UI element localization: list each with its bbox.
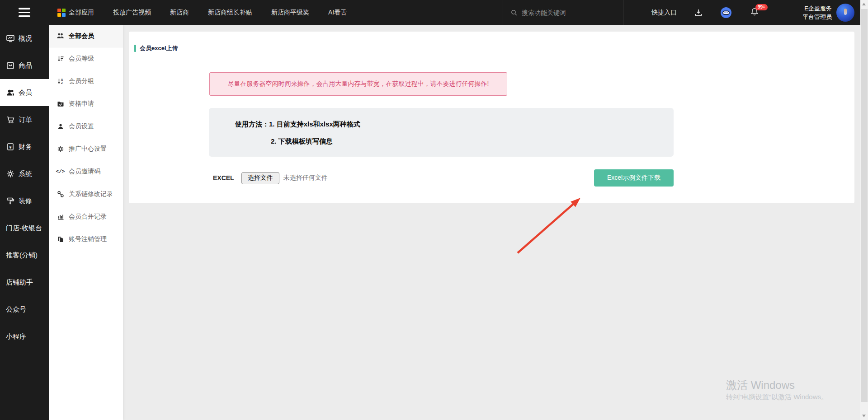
assistant-robot-icon[interactable] <box>720 7 732 19</box>
member-settings-icon <box>57 123 64 130</box>
company-name: E企盈服务 <box>802 4 832 13</box>
nav-ad-video[interactable]: 投放广告视频 <box>113 9 151 17</box>
watermark-line-1: 激活 Windows <box>726 378 828 392</box>
submenu-item-qualification[interactable]: 资格申请 <box>49 93 123 115</box>
system-icon <box>6 169 15 178</box>
submenu-item-member-group[interactable]: A Z 会员分组 <box>49 70 123 93</box>
overview-icon <box>6 34 15 43</box>
nav-all-apps[interactable]: 全部应用 <box>57 9 94 17</box>
search-box <box>503 0 623 25</box>
upload-card: 会员excel上传 尽量在服务器空闲时间来操作，会占用大量内存与带宽，在获取过程… <box>129 32 854 203</box>
svg-text:A: A <box>61 78 63 81</box>
sidebar-item-shop-assistant[interactable]: 店铺助手 <box>0 269 49 296</box>
sidebar-item-goods[interactable]: 商品 <box>0 52 49 79</box>
submenu-item-promotion-settings[interactable]: 推广中心设置 <box>49 138 123 160</box>
scroll-down-arrow[interactable] <box>862 415 866 417</box>
all-members-icon <box>57 32 64 40</box>
apps-grid-icon <box>57 9 66 17</box>
primary-sidebar: 概况 商品 会员 订单 ¥ 财务 系统 <box>0 25 49 420</box>
submenu-item-invite-code[interactable]: </> 会员邀请码 <box>49 160 123 183</box>
members-icon <box>6 88 15 97</box>
excel-upload-row: EXCEL 选择文件 未选择任何文件 <box>213 169 328 187</box>
sidebar-item-finance[interactable]: ¥ 财务 <box>0 133 49 160</box>
quick-entry-link[interactable]: 快捷入口 <box>651 9 677 17</box>
account-cancel-icon <box>57 236 64 243</box>
orders-icon <box>6 115 15 124</box>
finance-icon: ¥ <box>6 142 15 151</box>
hamburger-menu-icon[interactable] <box>0 0 49 25</box>
promotion-settings-icon <box>57 145 64 153</box>
excel-label: EXCEL <box>213 174 234 182</box>
submenu-item-all-members[interactable]: 全部会员 <box>49 25 123 47</box>
vertical-scrollbar[interactable] <box>860 0 868 420</box>
goods-icon <box>6 61 15 70</box>
topbar-nav: 全部应用 投放广告视频 新店商 新店商组长补贴 新店商平级奖 AI看舌 <box>49 9 347 17</box>
choose-file-button[interactable]: 选择文件 <box>241 172 279 184</box>
sidebar-item-store-pos[interactable]: 门店-收银台 <box>0 215 49 242</box>
qualification-icon <box>57 100 64 107</box>
windows-watermark: 激活 Windows 转到“电脑设置”以激活 Windows。 <box>726 378 828 402</box>
invite-code-icon: </> <box>57 169 64 174</box>
nav-peer-award[interactable]: 新店商平级奖 <box>271 9 309 17</box>
scroll-up-arrow[interactable] <box>862 3 866 5</box>
member-group-icon: A Z <box>57 78 64 85</box>
nav-new-shop[interactable]: 新店商 <box>170 9 189 17</box>
scrollbar-thumb[interactable] <box>861 9 868 402</box>
sidebar-item-official-account[interactable]: 公众号 <box>0 296 49 323</box>
submenu-item-member-level[interactable]: 会员等级 <box>49 47 123 70</box>
submenu-item-merge-record[interactable]: 会员合并记录 <box>49 205 123 228</box>
user-role: 平台管理员 <box>802 13 832 21</box>
page-title: 会员excel上传 <box>134 44 178 52</box>
notification-badge: 99+ <box>755 4 768 10</box>
main-content: 会员excel上传 尽量在服务器空闲时间来操作，会占用大量内存与带宽，在获取过程… <box>123 25 860 420</box>
merge-record-icon <box>57 213 64 220</box>
topbar: 全部应用 投放广告视频 新店商 新店商组长补贴 新店商平级奖 AI看舌 快捷入口 <box>0 0 868 25</box>
sidebar-item-mini-program[interactable]: 小程序 <box>0 323 49 350</box>
submenu-item-member-settings[interactable]: 会员设置 <box>49 115 123 138</box>
download-icon[interactable] <box>694 8 703 17</box>
usage-line-1: 使用方法：1. 目前支持xls和xlsx两种格式 <box>235 120 674 129</box>
nav-label: 全部应用 <box>69 9 94 17</box>
member-level-icon <box>57 55 64 62</box>
nav-leader-subsidy[interactable]: 新店商组长补贴 <box>208 9 252 17</box>
sidebar-item-decorate[interactable]: 装修 <box>0 187 49 215</box>
warning-banner: 尽量在服务器空闲时间来操作，会占用大量内存与带宽，在获取过程中，请不要进行任何操… <box>209 72 507 96</box>
sidebar-item-distribution[interactable]: 推客(分销) <box>0 242 49 269</box>
user-info[interactable]: E企盈服务 平台管理员 <box>802 4 832 21</box>
submenu-item-account-cancel[interactable]: 账号注销管理 <box>49 228 123 251</box>
search-icon <box>510 9 518 16</box>
watermark-line-2: 转到“电脑设置”以激活 Windows。 <box>726 392 828 402</box>
sidebar-item-overview[interactable]: 概况 <box>0 25 49 52</box>
sidebar-item-orders[interactable]: 订单 <box>0 106 49 133</box>
usage-line-2: 2. 下载模板填写信息 <box>271 137 674 146</box>
nav-ai-tongue[interactable]: AI看舌 <box>328 9 347 17</box>
sidebar-item-system[interactable]: 系统 <box>0 160 49 187</box>
search-input[interactable] <box>522 9 608 16</box>
title-accent-bar <box>134 45 136 52</box>
sidebar-item-members[interactable]: 会员 <box>0 79 49 106</box>
usage-instructions: 使用方法：1. 目前支持xls和xlsx两种格式 2. 下载模板填写信息 <box>209 108 674 157</box>
submenu-item-relation-chain[interactable]: 关系链修改记录 <box>49 183 123 205</box>
relation-chain-icon <box>57 191 64 198</box>
notifications-bell[interactable]: 99+ <box>750 7 759 18</box>
member-submenu: 全部会员 会员等级 A Z 会员分组 资格申请 <box>49 25 123 420</box>
excel-sample-download-button[interactable]: Excel示例文件下载 <box>594 169 674 187</box>
file-status-text: 未选择任何文件 <box>283 174 328 182</box>
avatar[interactable] <box>836 4 854 22</box>
svg-text:Z: Z <box>61 81 63 84</box>
decorate-icon <box>6 196 15 205</box>
svg-text:¥: ¥ <box>9 145 11 149</box>
